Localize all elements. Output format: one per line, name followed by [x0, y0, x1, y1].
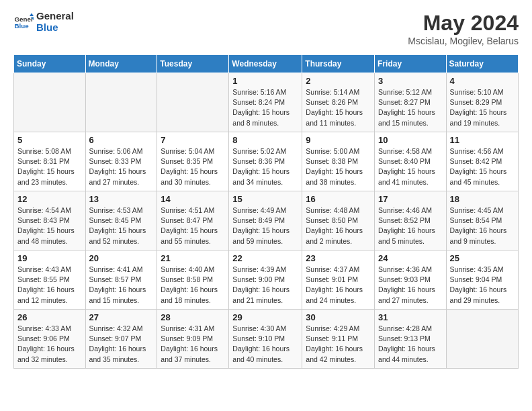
calendar-cell: 25Sunrise: 4:35 AM Sunset: 9:04 PM Dayli…: [446, 250, 518, 310]
calendar-week-row: 26Sunrise: 4:33 AM Sunset: 9:06 PM Dayli…: [14, 310, 519, 369]
day-info: Sunrise: 4:51 AM Sunset: 8:47 PM Dayligh…: [161, 205, 225, 246]
day-of-week-header: Monday: [85, 55, 157, 73]
calendar-cell: 11Sunrise: 4:56 AM Sunset: 8:42 PM Dayli…: [446, 132, 518, 191]
day-number: 19: [17, 253, 82, 263]
day-of-week-header: Friday: [375, 55, 447, 73]
day-info: Sunrise: 4:28 AM Sunset: 9:13 PM Dayligh…: [378, 324, 443, 365]
day-number: 18: [450, 194, 515, 204]
day-info: Sunrise: 5:04 AM Sunset: 8:35 PM Dayligh…: [161, 146, 225, 187]
calendar-week-row: 5Sunrise: 5:08 AM Sunset: 8:31 PM Daylig…: [14, 132, 519, 191]
logo-icon: General Blue: [13, 12, 34, 32]
calendar-cell: 19Sunrise: 4:43 AM Sunset: 8:55 PM Dayli…: [14, 250, 86, 310]
calendar-cell: [14, 73, 86, 132]
day-number: 4: [450, 76, 515, 86]
calendar-cell: 9Sunrise: 5:00 AM Sunset: 8:38 PM Daylig…: [302, 132, 375, 191]
day-info: Sunrise: 4:56 AM Sunset: 8:42 PM Dayligh…: [450, 146, 515, 187]
day-of-week-header: Sunday: [14, 55, 86, 73]
day-number: 21: [161, 253, 225, 263]
month-year-title: May 2024: [408, 11, 519, 36]
day-of-week-header: Tuesday: [157, 55, 229, 73]
calendar-cell: 17Sunrise: 4:46 AM Sunset: 8:52 PM Dayli…: [375, 191, 447, 250]
calendar-cell: 1Sunrise: 5:16 AM Sunset: 8:24 PM Daylig…: [229, 73, 302, 132]
calendar-cell: 30Sunrise: 4:29 AM Sunset: 9:11 PM Dayli…: [302, 310, 375, 369]
day-number: 28: [161, 312, 225, 322]
day-number: 26: [17, 312, 82, 322]
title-block: May 2024 Mscislau, Mogilev, Belarus: [408, 11, 519, 46]
svg-text:General: General: [15, 15, 34, 22]
day-number: 10: [378, 135, 443, 145]
day-number: 22: [232, 253, 298, 263]
calendar-cell: 20Sunrise: 4:41 AM Sunset: 8:57 PM Dayli…: [85, 250, 157, 310]
calendar-cell: 31Sunrise: 4:28 AM Sunset: 9:13 PM Dayli…: [375, 310, 447, 369]
day-number: 12: [17, 194, 82, 204]
calendar-cell: [446, 310, 518, 369]
day-number: 3: [378, 76, 443, 86]
day-number: 20: [89, 253, 154, 263]
calendar-cell: 4Sunrise: 5:10 AM Sunset: 8:29 PM Daylig…: [446, 73, 518, 132]
calendar-cell: 13Sunrise: 4:53 AM Sunset: 8:45 PM Dayli…: [85, 191, 157, 250]
day-number: 14: [161, 194, 225, 204]
day-info: Sunrise: 5:08 AM Sunset: 8:31 PM Dayligh…: [17, 146, 82, 187]
day-info: Sunrise: 4:53 AM Sunset: 8:45 PM Dayligh…: [89, 205, 154, 246]
calendar-cell: 14Sunrise: 4:51 AM Sunset: 8:47 PM Dayli…: [157, 191, 229, 250]
day-number: 23: [306, 253, 371, 263]
day-info: Sunrise: 5:16 AM Sunset: 8:24 PM Dayligh…: [232, 87, 298, 128]
logo-general: General: [36, 11, 74, 22]
calendar-cell: 29Sunrise: 4:30 AM Sunset: 9:10 PM Dayli…: [229, 310, 302, 369]
day-info: Sunrise: 4:29 AM Sunset: 9:11 PM Dayligh…: [306, 324, 371, 365]
day-number: 31: [378, 312, 443, 322]
svg-marker-2: [30, 13, 34, 16]
calendar-cell: 26Sunrise: 4:33 AM Sunset: 9:06 PM Dayli…: [14, 310, 86, 369]
calendar-cell: 27Sunrise: 4:32 AM Sunset: 9:07 PM Dayli…: [85, 310, 157, 369]
day-info: Sunrise: 4:49 AM Sunset: 8:49 PM Dayligh…: [232, 205, 298, 246]
day-number: 11: [450, 135, 515, 145]
day-info: Sunrise: 4:58 AM Sunset: 8:40 PM Dayligh…: [378, 146, 443, 187]
day-info: Sunrise: 5:12 AM Sunset: 8:27 PM Dayligh…: [378, 87, 443, 128]
calendar-cell: 28Sunrise: 4:31 AM Sunset: 9:09 PM Dayli…: [157, 310, 229, 369]
day-info: Sunrise: 4:32 AM Sunset: 9:07 PM Dayligh…: [89, 324, 154, 365]
calendar-cell: 5Sunrise: 5:08 AM Sunset: 8:31 PM Daylig…: [14, 132, 86, 191]
day-info: Sunrise: 4:30 AM Sunset: 9:10 PM Dayligh…: [232, 324, 298, 365]
day-number: 13: [89, 194, 154, 204]
day-number: 30: [306, 312, 371, 322]
day-number: 29: [232, 312, 298, 322]
day-info: Sunrise: 4:46 AM Sunset: 8:52 PM Dayligh…: [378, 205, 443, 246]
svg-text:Blue: Blue: [15, 22, 30, 30]
day-info: Sunrise: 4:41 AM Sunset: 8:57 PM Dayligh…: [89, 265, 154, 306]
calendar-week-row: 1Sunrise: 5:16 AM Sunset: 8:24 PM Daylig…: [14, 73, 519, 132]
day-info: Sunrise: 4:48 AM Sunset: 8:50 PM Dayligh…: [306, 205, 371, 246]
day-number: 16: [306, 194, 371, 204]
day-number: 17: [378, 194, 443, 204]
calendar-cell: 15Sunrise: 4:49 AM Sunset: 8:49 PM Dayli…: [229, 191, 302, 250]
day-of-week-header: Thursday: [302, 55, 375, 73]
calendar-cell: 16Sunrise: 4:48 AM Sunset: 8:50 PM Dayli…: [302, 191, 375, 250]
calendar-cell: 7Sunrise: 5:04 AM Sunset: 8:35 PM Daylig…: [157, 132, 229, 191]
day-number: 27: [89, 312, 154, 322]
calendar-cell: 8Sunrise: 5:02 AM Sunset: 8:36 PM Daylig…: [229, 132, 302, 191]
page-header: General Blue General Blue May 2024 Mscis…: [13, 11, 519, 46]
day-info: Sunrise: 4:35 AM Sunset: 9:04 PM Dayligh…: [450, 265, 515, 306]
day-of-week-header: Wednesday: [229, 55, 302, 73]
logo: General Blue General Blue: [13, 11, 74, 33]
location-subtitle: Mscislau, Mogilev, Belarus: [408, 36, 519, 46]
day-info: Sunrise: 5:00 AM Sunset: 8:38 PM Dayligh…: [306, 146, 371, 187]
calendar-header-row: SundayMondayTuesdayWednesdayThursdayFrid…: [14, 55, 519, 73]
day-number: 25: [450, 253, 515, 263]
logo-blue: Blue: [36, 22, 74, 34]
day-number: 24: [378, 253, 443, 263]
calendar-week-row: 19Sunrise: 4:43 AM Sunset: 8:55 PM Dayli…: [14, 250, 519, 310]
day-number: 8: [232, 135, 298, 145]
day-info: Sunrise: 5:06 AM Sunset: 8:33 PM Dayligh…: [89, 146, 154, 187]
day-number: 15: [232, 194, 298, 204]
day-number: 5: [17, 135, 82, 145]
calendar-cell: 18Sunrise: 4:45 AM Sunset: 8:54 PM Dayli…: [446, 191, 518, 250]
day-info: Sunrise: 5:02 AM Sunset: 8:36 PM Dayligh…: [232, 146, 298, 187]
calendar-table: SundayMondayTuesdayWednesdayThursdayFrid…: [13, 54, 519, 369]
calendar-cell: 21Sunrise: 4:40 AM Sunset: 8:58 PM Dayli…: [157, 250, 229, 310]
day-info: Sunrise: 4:43 AM Sunset: 8:55 PM Dayligh…: [17, 265, 82, 306]
day-info: Sunrise: 5:14 AM Sunset: 8:26 PM Dayligh…: [306, 87, 371, 128]
day-info: Sunrise: 4:39 AM Sunset: 9:00 PM Dayligh…: [232, 265, 298, 306]
day-of-week-header: Saturday: [446, 55, 518, 73]
day-info: Sunrise: 4:40 AM Sunset: 8:58 PM Dayligh…: [161, 265, 225, 306]
day-info: Sunrise: 4:45 AM Sunset: 8:54 PM Dayligh…: [450, 205, 515, 246]
